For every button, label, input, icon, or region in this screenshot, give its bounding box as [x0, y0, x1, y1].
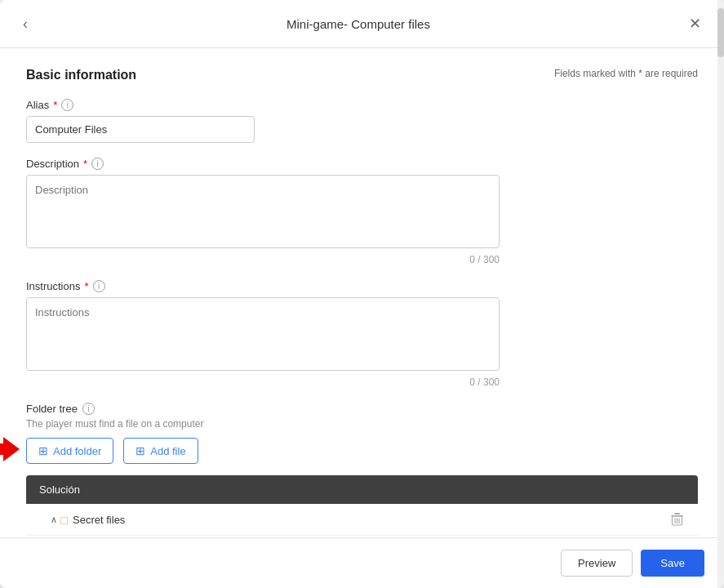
modal-title: Mini-game- Computer files: [34, 17, 682, 31]
alias-field-group: Alias * i: [26, 99, 698, 143]
description-label: Description * i: [26, 158, 698, 170]
svg-rect-3: [674, 513, 680, 514]
folder-tree-info-icon[interactable]: i: [82, 403, 95, 415]
instructions-field-group: Instructions * i 0 / 300: [26, 280, 698, 388]
tree-row: ∧ □ Secret files: [26, 504, 698, 536]
save-button[interactable]: Save: [641, 550, 704, 577]
modal-body: Basic information Fields marked with * a…: [0, 48, 724, 537]
description-info-icon[interactable]: i: [91, 158, 104, 170]
alias-label: Alias * i: [26, 99, 698, 111]
alias-info-icon[interactable]: i: [61, 99, 73, 111]
instructions-textarea[interactable]: [26, 297, 500, 371]
arrow-indicator-1: [0, 437, 20, 465]
folder-icon-1: □: [60, 513, 68, 527]
alias-required-star: *: [53, 99, 57, 111]
folder-tree-label-row: Folder tree i: [26, 403, 698, 415]
add-folder-button[interactable]: ⊞ Add folder: [26, 438, 113, 464]
description-char-count: 0 / 300: [26, 254, 500, 265]
add-folder-icon: ⊞: [38, 444, 48, 457]
folder-tree-label: Folder tree: [26, 403, 78, 415]
row-actions-1: [669, 511, 685, 528]
preview-button[interactable]: Preview: [561, 550, 633, 577]
add-file-icon: ⊞: [135, 444, 145, 457]
section-header-row: Basic information Fields marked with * a…: [26, 68, 698, 82]
description-required-star: *: [83, 158, 87, 170]
required-note: Fields marked with * are required: [554, 68, 698, 79]
folder-tree-field-group: Folder tree i The player must find a fil…: [26, 403, 698, 537]
folder-tree-container: Solución ∧ □ Secre: [26, 475, 698, 537]
tree-row: ∧ □ Codes: [26, 536, 698, 537]
scrollbar-thumb: [717, 8, 724, 57]
instructions-char-count: 0 / 300: [26, 376, 500, 388]
scrollbar[interactable]: [717, 0, 724, 588]
instructions-label: Instructions * i: [26, 280, 698, 292]
tree-row-name-1: Secret files: [73, 514, 669, 526]
add-file-button[interactable]: ⊞ Add file: [123, 438, 198, 464]
description-field-group: Description * i 0 / 300: [26, 158, 698, 265]
back-button[interactable]: ‹: [16, 12, 34, 36]
tree-header: Solución: [26, 475, 698, 504]
action-buttons: ⊞ Add folder ⊞ Add file: [26, 438, 198, 464]
alias-input[interactable]: [26, 116, 255, 143]
instructions-info-icon[interactable]: i: [93, 280, 105, 292]
close-button[interactable]: ✕: [682, 11, 708, 36]
modal-container: ‹ Mini-game- Computer files ✕ Basic info…: [0, 0, 724, 588]
chevron-up-icon-1[interactable]: ∧: [51, 514, 57, 525]
section-title: Basic information: [26, 68, 136, 82]
delete-folder-button-1[interactable]: [669, 511, 685, 528]
instructions-required-star: *: [84, 280, 88, 292]
description-textarea[interactable]: [26, 175, 500, 248]
svg-marker-0: [0, 437, 20, 461]
modal-footer: Preview Save: [0, 537, 724, 588]
modal-header: ‹ Mini-game- Computer files ✕: [0, 0, 724, 48]
tree-row-wrapper-1: ∧ □ Secret files: [26, 504, 698, 536]
folder-tree-hint: The player must find a file on a compute…: [26, 418, 698, 430]
tree-body: ∧ □ Secret files: [26, 504, 698, 537]
